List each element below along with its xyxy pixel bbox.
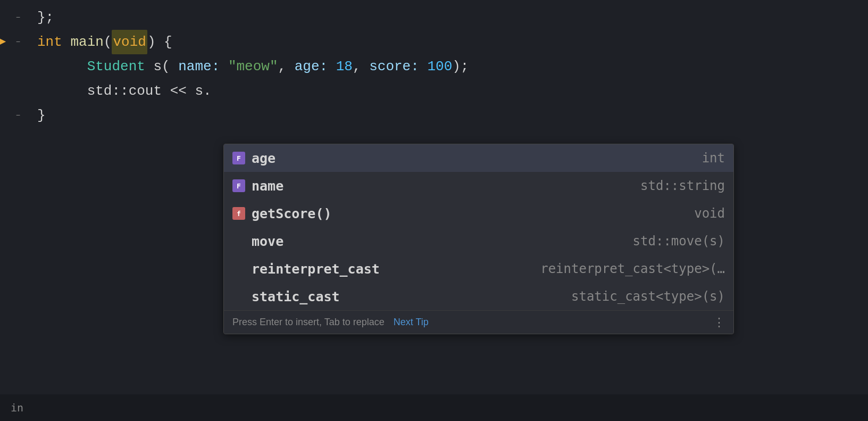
autocomplete-dropdown: F age int F name std::string f getScore(…: [223, 144, 734, 334]
token-std: std::cout << s.: [87, 79, 212, 103]
item-name-reinterpret: reinterpret_cast: [252, 261, 540, 277]
status-bar: in: [0, 394, 868, 421]
status-text: in: [11, 401, 23, 414]
code-line-main: ▶ − int main ( void ) {: [0, 30, 868, 54]
item-icon-static: [232, 290, 245, 303]
token-close-brace: }: [37, 103, 46, 128]
fold-icon-1[interactable]: −: [14, 13, 22, 22]
token-main: main: [70, 30, 103, 54]
item-type-reinterpret: reinterpret_cast<type>(…: [540, 261, 725, 276]
gutter-5: −: [0, 111, 27, 120]
code-line-student: Student s( name: "meow" , age: 18 , scor…: [0, 54, 868, 79]
token-space1: [62, 30, 71, 54]
item-icon-reinterpret: [232, 262, 245, 275]
fold-icon-3[interactable]: −: [14, 111, 22, 120]
token-score-param: score:: [369, 54, 419, 79]
code-content-cout: std::cout << s.: [27, 79, 212, 103]
autocomplete-item-move[interactable]: move std::move(s): [224, 227, 733, 255]
token-paren-close-brace: ) {: [147, 30, 172, 54]
token-brace-semi: };: [37, 5, 54, 30]
gutter-1: −: [0, 13, 27, 22]
item-type-age: int: [702, 151, 725, 166]
gutter-2: ▶ −: [0, 38, 27, 46]
code-container: − }; ▶ − int main ( void ) {: [0, 0, 868, 133]
code-line-close: − }: [0, 103, 868, 128]
autocomplete-item-reinterpret-cast[interactable]: reinterpret_cast reinterpret_cast<type>(…: [224, 255, 733, 283]
token-paren-open: (: [104, 30, 112, 54]
token-s: s(: [145, 54, 170, 79]
item-type-getscore: void: [694, 206, 725, 221]
autocomplete-item-getscore[interactable]: f getScore() void: [224, 200, 733, 227]
debug-arrow: ▶: [0, 30, 6, 54]
code-content-close: }: [27, 103, 46, 128]
token-space3: [220, 54, 228, 79]
autocomplete-footer: Press Enter to insert, Tab to replace Ne…: [224, 310, 733, 334]
item-icon-age: F: [232, 152, 245, 164]
item-name-name: name: [252, 178, 640, 194]
token-void: void: [112, 30, 147, 54]
fold-icon-2[interactable]: −: [14, 38, 22, 46]
item-type-move: std::move(s): [633, 234, 725, 249]
token-comma1: ,: [278, 54, 295, 79]
item-icon-move: [232, 235, 245, 247]
token-space4: [328, 54, 336, 79]
token-age-param: age:: [295, 54, 328, 79]
token-space5: [419, 54, 428, 79]
item-type-static: static_cast<type>(s): [571, 289, 725, 304]
token-student: Student: [87, 54, 145, 79]
item-name-getscore: getScore(): [252, 206, 694, 221]
token-indent1: [37, 54, 87, 79]
autocomplete-item-age[interactable]: F age int: [224, 144, 733, 172]
code-content-main: int main ( void ) {: [27, 30, 172, 54]
code-content-student: Student s( name: "meow" , age: 18 , scor…: [27, 54, 469, 79]
item-name-static: static_cast: [252, 289, 571, 304]
token-comma2: ,: [353, 54, 369, 79]
code-line-cout: std::cout << s.: [0, 79, 868, 103]
next-tip-link[interactable]: Next Tip: [394, 317, 429, 328]
token-18: 18: [336, 54, 353, 79]
token-name-param: name:: [178, 54, 220, 79]
editor-area: − }; ▶ − int main ( void ) {: [0, 0, 868, 421]
token-int: int: [37, 30, 62, 54]
item-name-age: age: [252, 151, 702, 166]
item-icon-getscore: f: [232, 207, 245, 220]
token-indent2: [37, 79, 87, 103]
autocomplete-item-static-cast[interactable]: static_cast static_cast<type>(s): [224, 283, 733, 310]
footer-space: [388, 317, 390, 328]
code-content-1: };: [27, 5, 54, 30]
more-options-icon[interactable]: ⋮: [713, 316, 725, 329]
token-100: 100: [427, 54, 452, 79]
token-close-paren-semi: );: [452, 54, 469, 79]
item-name-move: move: [252, 234, 633, 249]
footer-hint: Press Enter to insert, Tab to replace: [232, 317, 385, 328]
token-space2: [170, 54, 179, 79]
autocomplete-item-name[interactable]: F name std::string: [224, 172, 733, 200]
token-meow: "meow": [228, 54, 278, 79]
code-line-brace-close: − };: [0, 5, 868, 30]
item-icon-name: F: [232, 179, 245, 192]
item-type-name: std::string: [640, 178, 725, 193]
